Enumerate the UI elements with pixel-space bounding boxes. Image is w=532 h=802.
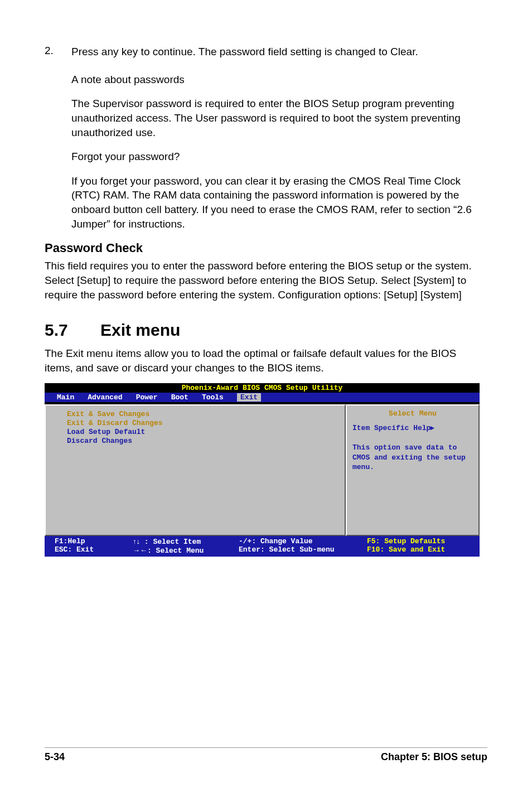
password-check-body: This field requires you to enter the pas… bbox=[45, 259, 487, 302]
step-text: Press any key to continue. The password … bbox=[71, 45, 418, 59]
forgot-paragraph: If you forget your password, you can cle… bbox=[71, 174, 487, 231]
hint-change-value: -/+: Change Value bbox=[239, 537, 367, 545]
note-heading: A note about passwords bbox=[71, 73, 487, 87]
bios-tab-exit[interactable]: Exit bbox=[237, 393, 261, 402]
bios-tab-boot[interactable]: Boot bbox=[171, 393, 188, 402]
bios-footer-col2: ↑↓ : Select Item →←: Select Menu bbox=[133, 537, 239, 555]
forgot-heading: Forgot your password? bbox=[71, 149, 487, 164]
bios-right-panel: Select Menu Item Specific Help▸ This opt… bbox=[346, 404, 480, 536]
bios-item-exit-save[interactable]: Exit & Save Changes bbox=[67, 410, 345, 419]
chapter-label: Chapter 5: BIOS setup bbox=[381, 751, 487, 763]
bios-footer-col4: F5: Setup Defaults F10: Save and Exit bbox=[367, 537, 470, 555]
note-paragraph: The Supervisor password is required to e… bbox=[71, 96, 487, 139]
password-check-heading: Password Check bbox=[45, 241, 487, 255]
section-heading: 5.7Exit menu bbox=[45, 321, 487, 340]
hint-esc: ESC: Exit bbox=[55, 545, 133, 554]
bios-body: Exit & Save Changes Exit & Discard Chang… bbox=[45, 404, 480, 536]
hint-select-menu: →←: Select Menu bbox=[133, 546, 239, 555]
bios-help-text: This option save data to CMOS and exitin… bbox=[352, 443, 473, 472]
section-intro: The Exit menu items allow you to load th… bbox=[45, 346, 487, 375]
right-arrow-icon: ▸ bbox=[431, 423, 434, 432]
bios-footer: F1:Help ESC: Exit ↑↓ : Select Item →←: S… bbox=[45, 536, 480, 557]
bios-item-exit-discard[interactable]: Exit & Discard Changes bbox=[67, 419, 345, 428]
bios-item-load-default[interactable]: Load Setup Default bbox=[67, 428, 345, 437]
bios-tab-tools[interactable]: Tools bbox=[202, 393, 224, 402]
bios-screenshot: Phoenix-Award BIOS CMOS Setup Utility Ma… bbox=[45, 383, 480, 557]
page-footer: 5-34 Chapter 5: BIOS setup bbox=[45, 747, 487, 763]
bios-footer-col1: F1:Help ESC: Exit bbox=[55, 537, 133, 555]
bios-menu-bar: MainAdvancedPowerBootToolsExit bbox=[45, 393, 480, 402]
updown-arrow-icon: ↑↓ bbox=[133, 537, 140, 545]
bios-help-label: Item Specific Help▸ bbox=[352, 423, 473, 433]
bios-tab-advanced[interactable]: Advanced bbox=[88, 393, 122, 402]
bios-tab-power[interactable]: Power bbox=[136, 393, 158, 402]
section-title: Exit menu bbox=[100, 321, 180, 339]
hint-f1: F1:Help bbox=[55, 537, 133, 545]
bios-item-discard-changes[interactable]: Discard Changes bbox=[67, 437, 345, 446]
bios-left-panel: Exit & Save Changes Exit & Discard Chang… bbox=[45, 404, 346, 536]
hint-enter: Enter: Select Sub-menu bbox=[239, 545, 367, 554]
section-number: 5.7 bbox=[45, 321, 100, 340]
bios-right-title: Select Menu bbox=[352, 409, 473, 419]
leftright-arrow-icon: →← bbox=[133, 546, 147, 554]
hint-f10: F10: Save and Exit bbox=[367, 545, 470, 554]
bios-footer-col3: -/+: Change Value Enter: Select Sub-menu bbox=[239, 537, 367, 555]
hint-f5: F5: Setup Defaults bbox=[367, 537, 470, 545]
step-number: 2. bbox=[45, 45, 71, 59]
bios-title: Phoenix-Award BIOS CMOS Setup Utility bbox=[45, 383, 480, 393]
page-number: 5-34 bbox=[45, 751, 65, 763]
hint-select-item: ↑↓ : Select Item bbox=[133, 537, 239, 546]
bios-tab-main[interactable]: Main bbox=[57, 393, 74, 402]
step-2: 2. Press any key to continue. The passwo… bbox=[45, 45, 487, 59]
